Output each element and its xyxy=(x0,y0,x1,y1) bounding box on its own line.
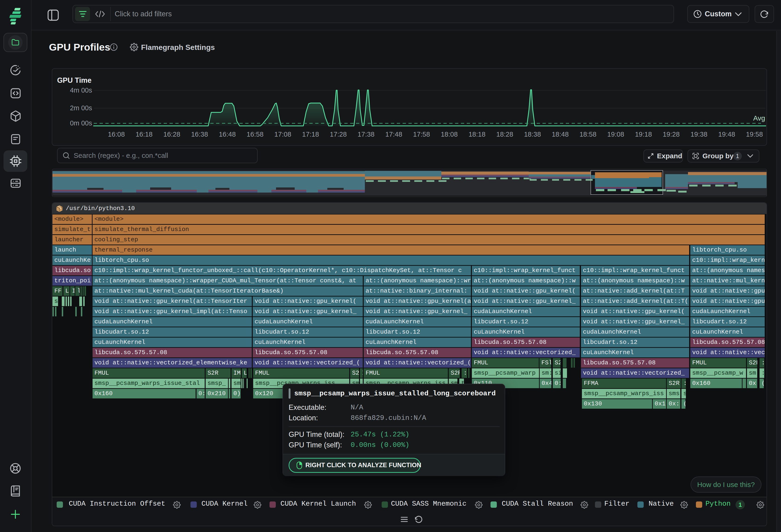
svg-text:Avg: Avg xyxy=(753,114,765,122)
